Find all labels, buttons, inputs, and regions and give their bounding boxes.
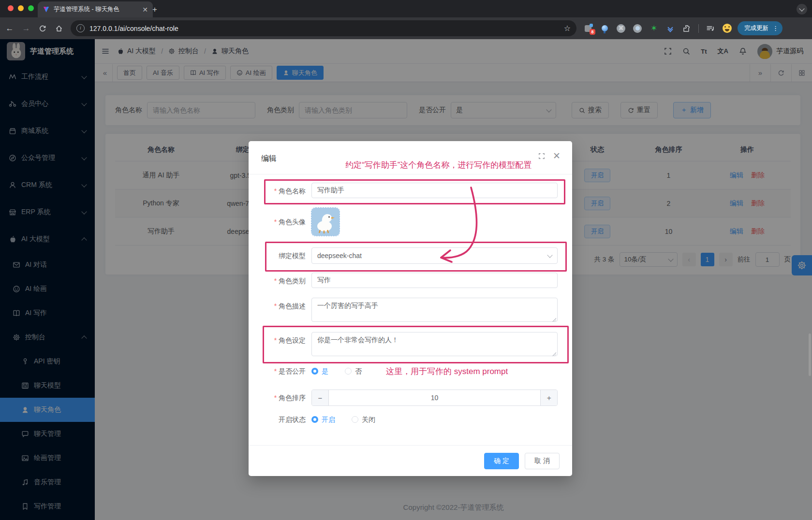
extension-circle-icon[interactable] bbox=[633, 24, 642, 33]
form-row-sort: 角色排序 − 10 ＋ bbox=[249, 390, 558, 406]
browser-scrollbar-thumb[interactable] bbox=[809, 333, 811, 376]
avatar-label: 角色头像 bbox=[249, 208, 311, 236]
chrome-update-button[interactable]: 完成更新 ⋮ bbox=[738, 21, 782, 35]
extensions-puzzle-icon[interactable] bbox=[682, 24, 692, 33]
form-row-avatar: 角色头像 bbox=[249, 208, 558, 236]
increase-button[interactable]: ＋ bbox=[540, 390, 557, 405]
dialog-body: 角色名称 角色头像 绑定模型 bbox=[249, 174, 572, 424]
radio-icon bbox=[311, 368, 318, 375]
role-setting-field[interactable]: 你是一个非常会写作的人！ bbox=[311, 332, 558, 356]
toolbar-divider bbox=[698, 24, 699, 33]
back-button[interactable]: ← bbox=[3, 22, 16, 35]
address-bar[interactable]: i 127.0.0.1/ai/console/chat-role ☆ bbox=[71, 20, 576, 36]
dialog-fullscreen-icon[interactable] bbox=[538, 153, 545, 159]
role-category-field[interactable] bbox=[311, 273, 558, 288]
form-row-status: 开启状态 开启 关闭 bbox=[249, 415, 558, 424]
extension-star-icon[interactable]: ✶ bbox=[649, 24, 659, 33]
window-minimize-button[interactable] bbox=[18, 5, 24, 11]
tab-close-icon[interactable]: ✕ bbox=[142, 6, 148, 14]
chevron-down-icon bbox=[547, 252, 552, 258]
sort-label: 角色排序 bbox=[249, 390, 311, 406]
form-row-model: 绑定模型 deepseek-chat bbox=[249, 247, 558, 264]
role-name-field[interactable] bbox=[311, 183, 558, 198]
role-avatar-upload[interactable] bbox=[311, 208, 340, 236]
form-row-description: 角色描述 一个厉害的写手高手 bbox=[249, 298, 558, 323]
reload-button[interactable] bbox=[36, 22, 49, 35]
window-zoom-button[interactable] bbox=[28, 5, 34, 11]
status-on-radio[interactable]: 开启 bbox=[311, 415, 335, 424]
browser-tab[interactable]: 芋道管理系统 - 聊天角色 ✕ bbox=[38, 1, 153, 17]
browser-toolbar: ← → i 127.0.0.1/ai/console/chat-role ☆ 8… bbox=[0, 17, 812, 39]
browser-tab-strip: 芋道管理系统 - 聊天角色 ✕ + bbox=[0, 0, 812, 17]
dialog-close-icon[interactable]: ✕ bbox=[553, 153, 561, 159]
browser-menu-icon[interactable]: ⋮ bbox=[772, 25, 779, 32]
status-label: 开启状态 bbox=[249, 415, 311, 424]
home-button[interactable] bbox=[52, 22, 66, 35]
decrease-button[interactable]: − bbox=[312, 390, 329, 405]
category-label: 角色类别 bbox=[249, 273, 311, 289]
window-close-button[interactable] bbox=[8, 5, 14, 11]
edit-role-dialog: 编辑 ✕ 角色名称 角色头像 bbox=[249, 141, 572, 476]
extension-tabs-icon[interactable]: 8 bbox=[583, 24, 593, 33]
dialog-title: 编辑 bbox=[261, 154, 277, 164]
form-row-name: 角色名称 bbox=[249, 183, 558, 199]
annotation-top: 约定“写作助手”这个角色名称，进行写作的模型配置 bbox=[345, 159, 531, 171]
model-select[interactable]: deepseek-chat bbox=[311, 247, 558, 264]
radio-icon bbox=[311, 416, 318, 423]
model-label: 绑定模型 bbox=[249, 247, 311, 264]
role-description-field[interactable]: 一个厉害的写手高手 bbox=[311, 298, 558, 322]
description-label: 角色描述 bbox=[249, 298, 311, 314]
new-tab-button[interactable]: + bbox=[149, 4, 161, 15]
site-favicon bbox=[43, 6, 50, 13]
public-label: 是否公开 bbox=[249, 366, 311, 376]
bookmark-star-icon[interactable]: ☆ bbox=[564, 24, 571, 33]
tab-search-button[interactable] bbox=[797, 4, 807, 14]
extension-balloon-icon[interactable] bbox=[600, 24, 609, 33]
name-label: 角色名称 bbox=[249, 183, 311, 199]
form-row-setting: 角色设定 你是一个非常会写作的人！ bbox=[249, 332, 558, 358]
public-no-radio[interactable]: 否 bbox=[345, 366, 362, 376]
forward-button[interactable]: → bbox=[19, 22, 33, 35]
cancel-button[interactable]: 取 消 bbox=[525, 453, 560, 469]
duck-avatar-image bbox=[311, 208, 340, 236]
sort-value[interactable]: 10 bbox=[329, 390, 540, 405]
extension-chevrons-icon[interactable] bbox=[665, 24, 675, 33]
site-info-icon[interactable]: i bbox=[76, 24, 85, 32]
confirm-button[interactable]: 确 定 bbox=[484, 453, 519, 469]
url-text: 127.0.0.1/ai/console/chat-role bbox=[89, 25, 178, 32]
status-off-radio[interactable]: 关闭 bbox=[352, 415, 375, 424]
extension-badge: 8 bbox=[590, 29, 595, 35]
profile-avatar-icon[interactable] bbox=[722, 24, 732, 33]
radio-icon bbox=[345, 368, 352, 375]
form-row-category: 角色类别 bbox=[249, 273, 558, 289]
extension-command-icon[interactable]: ⌘ bbox=[616, 24, 626, 33]
dialog-footer: 确 定 取 消 bbox=[249, 445, 572, 476]
media-playlist-icon[interactable] bbox=[706, 24, 715, 33]
public-yes-radio[interactable]: 是 bbox=[311, 366, 328, 376]
radio-icon bbox=[352, 416, 358, 423]
annotation-bottom: 这里，用于写作的 system prompt bbox=[386, 366, 508, 377]
browser-tab-title: 芋道管理系统 - 聊天角色 bbox=[54, 5, 138, 14]
setting-label: 角色设定 bbox=[249, 332, 311, 348]
sort-number-stepper: − 10 ＋ bbox=[311, 390, 558, 406]
